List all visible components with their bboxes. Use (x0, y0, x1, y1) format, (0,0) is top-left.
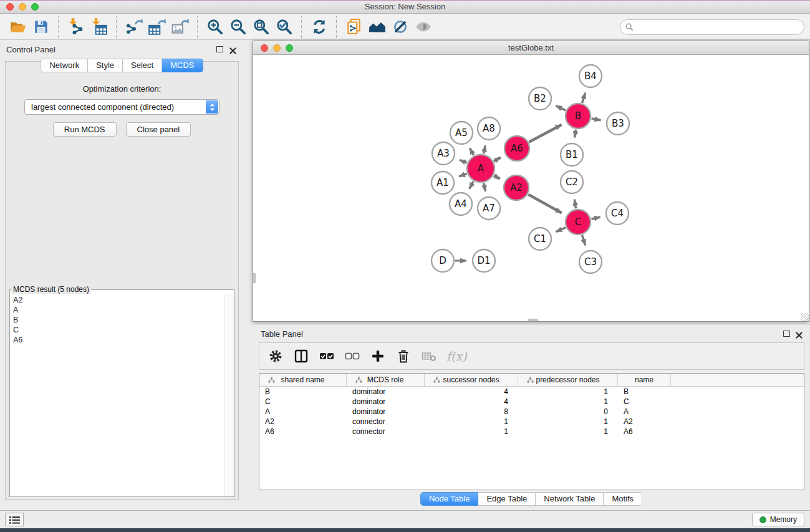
horizontal-scroll-thumb[interactable] (528, 319, 538, 321)
result-list-scrollbar[interactable] (224, 294, 234, 496)
zoom-in-button[interactable] (204, 16, 226, 38)
cell-MCDS-role[interactable]: dominator (347, 387, 425, 396)
optimization-criterion-select[interactable]: largest connected component (directed) (24, 99, 219, 115)
network-node-C1[interactable]: C1 (529, 228, 551, 250)
network-node-A2[interactable]: A2 (504, 175, 529, 200)
network-edge-A-A6[interactable] (494, 157, 501, 161)
delete-button[interactable] (395, 348, 412, 364)
cell-predecessor-nodes[interactable]: 1 (518, 417, 618, 426)
cell-MCDS-role[interactable]: connector (347, 427, 425, 436)
network-node-D1[interactable]: D1 (473, 249, 495, 272)
save-session-button[interactable] (30, 16, 52, 38)
network-edge-A-A1[interactable] (459, 173, 466, 177)
network-edge-C-C1[interactable] (556, 228, 566, 232)
cell-MCDS-role[interactable]: dominator (347, 397, 425, 406)
network-node-B2[interactable]: B2 (529, 87, 551, 110)
memory-button[interactable]: Memory (752, 513, 804, 526)
mcds-result-item[interactable]: A6 (13, 335, 224, 345)
network-edge-C-C4[interactable] (591, 217, 600, 219)
cell-name[interactable]: A2 (618, 417, 671, 426)
network-node-A4[interactable]: A4 (450, 193, 472, 215)
network-node-C3[interactable]: C3 (579, 251, 602, 273)
table-row[interactable]: Bdominator41B (259, 387, 804, 397)
cell-name[interactable]: A (618, 407, 671, 416)
network-edge-A-A2[interactable] (494, 175, 500, 178)
network-node-C[interactable]: C (566, 210, 591, 235)
mcds-result-item[interactable]: B (13, 315, 224, 325)
tab-motifs[interactable]: Motifs (604, 492, 642, 506)
tab-node-table[interactable]: Node Table (420, 492, 479, 506)
show-hide-button[interactable] (412, 16, 434, 38)
mcds-result-list[interactable]: A2ABCA6 (10, 294, 224, 496)
cell-shared-name[interactable]: B (259, 387, 347, 396)
add-button[interactable] (370, 348, 386, 364)
network-edge-A-A4[interactable] (470, 181, 474, 189)
network-node-A8[interactable]: A8 (478, 117, 500, 140)
cell-predecessor-nodes[interactable]: 1 (518, 387, 618, 396)
network-node-B3[interactable]: B3 (607, 112, 629, 135)
network-edge-C-C3[interactable] (582, 235, 586, 245)
network-edge-B-B2[interactable] (556, 106, 566, 110)
export-network-button[interactable] (123, 16, 145, 38)
network-edge-B-B1[interactable] (574, 130, 576, 138)
float-table-panel-icon[interactable] (783, 331, 790, 337)
tab-style[interactable]: Style (88, 59, 123, 72)
network-edge-B-B4[interactable] (582, 93, 586, 103)
resize-handle[interactable] (801, 313, 809, 321)
function-button[interactable]: f(x) (446, 348, 467, 364)
mcds-result-item[interactable]: C (13, 325, 224, 335)
minimize-window-button[interactable] (19, 3, 26, 11)
export-image-button[interactable] (169, 16, 191, 38)
network-node-B1[interactable]: B1 (561, 143, 583, 166)
close-panel-icon[interactable] (229, 46, 236, 52)
cell-MCDS-role[interactable]: connector (347, 417, 425, 426)
tab-edge-table[interactable]: Edge Table (478, 492, 536, 506)
network-node-C2[interactable]: C2 (561, 171, 583, 193)
import-network-button[interactable] (65, 16, 87, 38)
network-node-C4[interactable]: C4 (606, 202, 629, 225)
cell-successor-nodes[interactable]: 4 (425, 397, 518, 406)
deselect-all-button[interactable] (344, 348, 360, 364)
columns-button[interactable] (293, 348, 309, 364)
task-history-button[interactable] (5, 513, 24, 526)
search-input[interactable] (636, 23, 804, 32)
table-row[interactable]: A6connector11A6 (259, 427, 804, 437)
tab-mcds[interactable]: MCDS (162, 59, 203, 72)
settings-button[interactable] (268, 348, 284, 364)
tab-select[interactable]: Select (123, 59, 162, 72)
close-table-panel-icon[interactable] (796, 330, 803, 337)
column-header-name[interactable]: name (618, 374, 671, 386)
network-edge-A2-C[interactable] (528, 195, 562, 213)
select-all-button[interactable] (319, 348, 335, 364)
zoom-fit-button[interactable] (250, 16, 272, 38)
network-edge-C-C2[interactable] (574, 200, 576, 209)
network-edge-B-B3[interactable] (592, 118, 601, 120)
cell-name[interactable]: B (618, 387, 671, 396)
cell-shared-name[interactable]: A6 (259, 427, 347, 436)
network-edge-A-A3[interactable] (460, 160, 467, 163)
network-node-A[interactable]: A (467, 155, 494, 182)
close-panel-button[interactable]: Close panel (126, 122, 191, 137)
cell-successor-nodes[interactable]: 1 (425, 427, 518, 436)
network-node-D[interactable]: D (432, 249, 454, 272)
network-node-A3[interactable]: A3 (432, 142, 455, 165)
mcds-result-item[interactable]: A2 (13, 295, 224, 305)
home-button[interactable] (366, 16, 388, 38)
tab-network[interactable]: Network (41, 59, 88, 72)
delete-table-button[interactable] (421, 348, 437, 364)
network-edge-A-A5[interactable] (470, 148, 473, 155)
network-node-B[interactable]: B (566, 104, 591, 128)
cell-predecessor-nodes[interactable]: 1 (518, 427, 618, 436)
cell-shared-name[interactable]: A (259, 407, 347, 416)
open-session-button[interactable] (7, 16, 29, 38)
network-node-A7[interactable]: A7 (478, 197, 500, 220)
tab-network-table[interactable]: Network Table (536, 492, 604, 506)
table-row[interactable]: A2connector11A2 (259, 417, 804, 427)
column-header-successor-nodes[interactable]: successor nodes (425, 374, 518, 386)
column-header-predecessor-nodes[interactable]: predecessor nodes (518, 374, 618, 386)
network-edge-A6-B[interactable] (529, 125, 561, 142)
cell-MCDS-role[interactable]: dominator (347, 407, 425, 416)
network-node-A5[interactable]: A5 (450, 122, 473, 144)
node-table[interactable]: shared nameMCDS rolesuccessor nodesprede… (259, 373, 804, 490)
network-edge-A-A7[interactable] (484, 183, 486, 191)
